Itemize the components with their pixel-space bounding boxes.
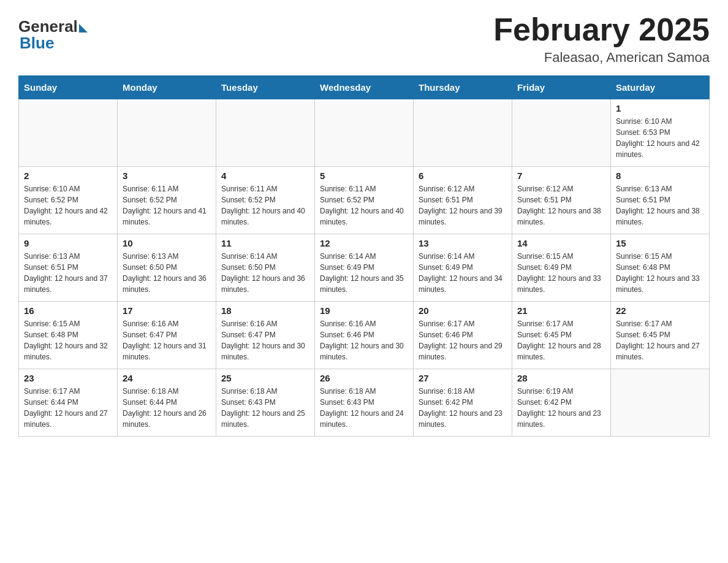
day-number: 5	[320, 170, 408, 181]
day-number: 21	[517, 305, 605, 316]
calendar-cell: 17Sunrise: 6:16 AM Sunset: 6:47 PM Dayli…	[118, 302, 216, 369]
day-number: 18	[221, 305, 309, 316]
calendar-cell: 6Sunrise: 6:12 AM Sunset: 6:51 PM Daylig…	[414, 167, 512, 234]
days-header-row: SundayMondayTuesdayWednesdayThursdayFrid…	[19, 76, 710, 99]
day-number: 13	[419, 238, 507, 248]
calendar-cell: 15Sunrise: 6:15 AM Sunset: 6:48 PM Dayli…	[611, 234, 710, 302]
calendar-cell: 23Sunrise: 6:17 AM Sunset: 6:44 PM Dayli…	[19, 369, 118, 437]
day-number: 28	[517, 373, 605, 383]
day-info: Sunrise: 6:16 AM Sunset: 6:46 PM Dayligh…	[320, 318, 408, 362]
calendar-cell: 14Sunrise: 6:15 AM Sunset: 6:49 PM Dayli…	[512, 234, 611, 302]
day-info: Sunrise: 6:10 AM Sunset: 6:52 PM Dayligh…	[24, 183, 112, 228]
day-number: 27	[419, 373, 507, 383]
logo: General Blue	[18, 12, 88, 53]
calendar-cell: 16Sunrise: 6:15 AM Sunset: 6:48 PM Dayli…	[19, 302, 118, 369]
day-number: 24	[123, 373, 211, 383]
day-header-tuesday: Tuesday	[216, 76, 315, 99]
day-info: Sunrise: 6:15 AM Sunset: 6:49 PM Dayligh…	[517, 251, 605, 295]
day-header-monday: Monday	[118, 76, 216, 99]
calendar-cell: 28Sunrise: 6:19 AM Sunset: 6:42 PM Dayli…	[512, 369, 611, 437]
day-info: Sunrise: 6:14 AM Sunset: 6:49 PM Dayligh…	[419, 251, 507, 295]
day-info: Sunrise: 6:18 AM Sunset: 6:43 PM Dayligh…	[320, 386, 408, 430]
calendar-table: SundayMondayTuesdayWednesdayThursdayFrid…	[18, 75, 710, 437]
day-number: 12	[320, 238, 408, 248]
calendar-cell: 10Sunrise: 6:13 AM Sunset: 6:50 PM Dayli…	[118, 234, 216, 302]
day-info: Sunrise: 6:11 AM Sunset: 6:52 PM Dayligh…	[221, 183, 309, 228]
day-info: Sunrise: 6:18 AM Sunset: 6:43 PM Dayligh…	[221, 386, 309, 430]
day-header-thursday: Thursday	[414, 76, 512, 99]
day-info: Sunrise: 6:12 AM Sunset: 6:51 PM Dayligh…	[419, 183, 507, 228]
day-info: Sunrise: 6:15 AM Sunset: 6:48 PM Dayligh…	[616, 251, 704, 295]
calendar-cell	[118, 99, 216, 167]
day-number: 16	[24, 305, 112, 316]
day-info: Sunrise: 6:17 AM Sunset: 6:44 PM Dayligh…	[24, 386, 112, 430]
day-info: Sunrise: 6:17 AM Sunset: 6:46 PM Dayligh…	[419, 318, 507, 362]
calendar-header: SundayMondayTuesdayWednesdayThursdayFrid…	[19, 76, 710, 99]
day-info: Sunrise: 6:10 AM Sunset: 6:53 PM Dayligh…	[616, 116, 704, 160]
calendar-cell	[512, 99, 611, 167]
day-number: 4	[221, 170, 309, 181]
day-number: 8	[616, 170, 704, 181]
day-info: Sunrise: 6:19 AM Sunset: 6:42 PM Dayligh…	[517, 386, 605, 430]
week-row-1: 1Sunrise: 6:10 AM Sunset: 6:53 PM Daylig…	[19, 99, 710, 167]
calendar-cell: 19Sunrise: 6:16 AM Sunset: 6:46 PM Dayli…	[315, 302, 414, 369]
week-row-5: 23Sunrise: 6:17 AM Sunset: 6:44 PM Dayli…	[19, 369, 710, 437]
day-number: 23	[24, 373, 112, 383]
day-number: 11	[221, 238, 309, 248]
calendar-cell: 20Sunrise: 6:17 AM Sunset: 6:46 PM Dayli…	[414, 302, 512, 369]
calendar-cell: 1Sunrise: 6:10 AM Sunset: 6:53 PM Daylig…	[611, 99, 710, 167]
logo-arrow-icon	[79, 24, 88, 33]
calendar-cell: 5Sunrise: 6:11 AM Sunset: 6:52 PM Daylig…	[315, 167, 414, 234]
day-number: 7	[517, 170, 605, 181]
calendar-cell: 2Sunrise: 6:10 AM Sunset: 6:52 PM Daylig…	[19, 167, 118, 234]
day-number: 15	[616, 238, 704, 248]
week-row-4: 16Sunrise: 6:15 AM Sunset: 6:48 PM Dayli…	[19, 302, 710, 369]
calendar-cell: 8Sunrise: 6:13 AM Sunset: 6:51 PM Daylig…	[611, 167, 710, 234]
day-info: Sunrise: 6:14 AM Sunset: 6:50 PM Dayligh…	[221, 251, 309, 295]
calendar-cell: 12Sunrise: 6:14 AM Sunset: 6:49 PM Dayli…	[315, 234, 414, 302]
day-number: 20	[419, 305, 507, 316]
calendar-cell: 21Sunrise: 6:17 AM Sunset: 6:45 PM Dayli…	[512, 302, 611, 369]
calendar-cell: 3Sunrise: 6:11 AM Sunset: 6:52 PM Daylig…	[118, 167, 216, 234]
day-info: Sunrise: 6:13 AM Sunset: 6:51 PM Dayligh…	[616, 183, 704, 228]
calendar-title: February 2025	[493, 12, 710, 47]
day-info: Sunrise: 6:15 AM Sunset: 6:48 PM Dayligh…	[24, 318, 112, 362]
calendar-cell: 11Sunrise: 6:14 AM Sunset: 6:50 PM Dayli…	[216, 234, 315, 302]
calendar-cell: 27Sunrise: 6:18 AM Sunset: 6:42 PM Dayli…	[414, 369, 512, 437]
day-number: 25	[221, 373, 309, 383]
calendar-cell: 7Sunrise: 6:12 AM Sunset: 6:51 PM Daylig…	[512, 167, 611, 234]
week-row-2: 2Sunrise: 6:10 AM Sunset: 6:52 PM Daylig…	[19, 167, 710, 234]
day-number: 2	[24, 170, 112, 181]
logo-blue-text: Blue	[18, 34, 54, 53]
day-header-friday: Friday	[512, 76, 611, 99]
day-info: Sunrise: 6:16 AM Sunset: 6:47 PM Dayligh…	[123, 318, 211, 362]
day-number: 19	[320, 305, 408, 316]
calendar-cell: 25Sunrise: 6:18 AM Sunset: 6:43 PM Dayli…	[216, 369, 315, 437]
calendar-cell	[414, 99, 512, 167]
day-info: Sunrise: 6:11 AM Sunset: 6:52 PM Dayligh…	[123, 183, 211, 228]
calendar-cell: 18Sunrise: 6:16 AM Sunset: 6:47 PM Dayli…	[216, 302, 315, 369]
day-info: Sunrise: 6:17 AM Sunset: 6:45 PM Dayligh…	[616, 318, 704, 362]
day-header-sunday: Sunday	[19, 76, 118, 99]
calendar-cell: 4Sunrise: 6:11 AM Sunset: 6:52 PM Daylig…	[216, 167, 315, 234]
calendar-cell	[216, 99, 315, 167]
calendar-cell: 22Sunrise: 6:17 AM Sunset: 6:45 PM Dayli…	[611, 302, 710, 369]
calendar-subtitle: Faleasao, American Samoa	[493, 50, 710, 66]
day-header-wednesday: Wednesday	[315, 76, 414, 99]
day-number: 26	[320, 373, 408, 383]
day-info: Sunrise: 6:17 AM Sunset: 6:45 PM Dayligh…	[517, 318, 605, 362]
day-number: 9	[24, 238, 112, 248]
day-number: 6	[419, 170, 507, 181]
day-info: Sunrise: 6:14 AM Sunset: 6:49 PM Dayligh…	[320, 251, 408, 295]
day-info: Sunrise: 6:13 AM Sunset: 6:51 PM Dayligh…	[24, 251, 112, 295]
calendar-body: 1Sunrise: 6:10 AM Sunset: 6:53 PM Daylig…	[19, 99, 710, 437]
day-number: 14	[517, 238, 605, 248]
calendar-cell: 13Sunrise: 6:14 AM Sunset: 6:49 PM Dayli…	[414, 234, 512, 302]
day-number: 17	[123, 305, 211, 316]
title-block: February 2025 Faleasao, American Samoa	[493, 12, 710, 66]
calendar-cell: 24Sunrise: 6:18 AM Sunset: 6:44 PM Dayli…	[118, 369, 216, 437]
day-info: Sunrise: 6:18 AM Sunset: 6:44 PM Dayligh…	[123, 386, 211, 430]
week-row-3: 9Sunrise: 6:13 AM Sunset: 6:51 PM Daylig…	[19, 234, 710, 302]
day-number: 22	[616, 305, 704, 316]
calendar-cell	[19, 99, 118, 167]
